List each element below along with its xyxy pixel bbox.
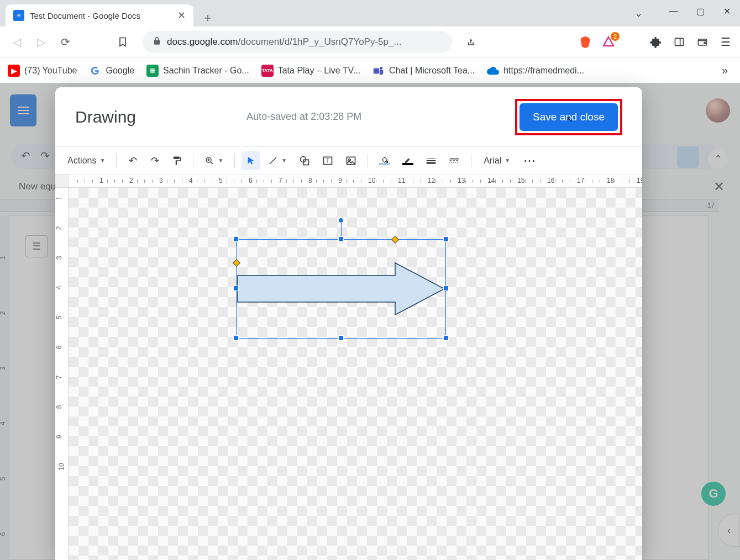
brave-rewards-icon[interactable]: 2 (601, 34, 616, 50)
zoom-icon[interactable]: ▼ (200, 151, 228, 170)
vertical-ruler: 12345678910 (55, 188, 69, 560)
svg-line-7 (211, 162, 213, 164)
lock-icon (153, 36, 161, 48)
dialog-title: Drawing (75, 108, 136, 126)
border-dash-icon[interactable] (444, 151, 464, 170)
rotation-handle[interactable] (338, 218, 344, 223)
resize-handle-w[interactable] (233, 286, 239, 291)
paint-format-icon[interactable] (167, 151, 186, 170)
border-weight-icon[interactable] (421, 151, 441, 170)
fill-color-icon[interactable] (375, 151, 395, 170)
url-host: docs.google.com/document/d/1hP_y_UsnQ7Yo… (167, 36, 402, 47)
address-bar-right: 2 ☰ (578, 34, 733, 50)
canvas-wrap: 12345678910 (55, 188, 642, 560)
resize-handle-nw[interactable] (233, 236, 239, 242)
bookmark-sheets[interactable]: ▦ Sachin Tracker - Go... (146, 65, 249, 77)
hruler-tick: 3 (159, 177, 163, 184)
bookmarks-bar: ▶ (73) YouTube Google ▦ Sachin Tracker -… (0, 57, 740, 83)
resize-handle-se[interactable] (443, 335, 449, 341)
autosave-status: Auto-saved at 2:03:28 PM (246, 111, 361, 123)
horizontal-ruler: 12345678910111213141516171819 (55, 175, 642, 188)
actions-label: Actions (67, 156, 96, 166)
window-close-icon[interactable]: ✕ (713, 0, 740, 22)
hruler-tick: 10 (368, 177, 375, 184)
tab-search-dropdown-icon[interactable]: ⌄ (625, 2, 652, 24)
resize-handle-s[interactable] (338, 335, 344, 341)
browser-tab[interactable]: ≡ Test Document - Google Docs ✕ (6, 4, 193, 27)
vruler-tick: 1 (55, 197, 63, 200)
bookmark-google[interactable]: Google (89, 65, 134, 77)
save-and-close-button[interactable]: Save and close ↖ (519, 103, 618, 131)
shape-tool-icon[interactable] (295, 151, 314, 170)
resize-handle-ne[interactable] (443, 236, 449, 242)
window-minimize-icon[interactable]: — (660, 0, 687, 22)
docs-favicon: ≡ (13, 10, 24, 21)
more-options-icon[interactable]: ⋯ (519, 151, 541, 170)
window-controls: — ▢ ✕ (660, 0, 740, 22)
bookmark-onedrive[interactable]: https://framedmedi... (487, 65, 584, 77)
share-icon[interactable] (461, 32, 481, 52)
image-tool-icon[interactable] (341, 151, 361, 170)
font-name: Arial (484, 156, 501, 166)
hruler-tick: 9 (338, 177, 342, 184)
hruler-tick: 13 (458, 177, 465, 184)
vruler-tick: 4 (55, 286, 63, 290)
hruler-tick: 11 (398, 177, 405, 184)
bookmark-label: https://framedmedi... (503, 66, 584, 76)
textbox-tool-icon[interactable]: T (318, 151, 338, 170)
nav-forward-icon[interactable]: ▷ (31, 32, 51, 52)
hruler-tick: 1 (99, 177, 103, 184)
bookmark-teams[interactable]: Chat | Microsoft Tea... (372, 65, 475, 77)
svg-text:T: T (326, 157, 330, 164)
vruler-tick: 2 (55, 226, 63, 230)
resize-handle-e[interactable] (443, 286, 449, 291)
actions-menu[interactable]: Actions▼ (63, 151, 109, 170)
browser-chrome: ≡ Test Document - Google Docs ✕ ＋ ⌄ — ▢ … (0, 0, 740, 83)
reload-icon[interactable]: ⟳ (55, 32, 75, 52)
brave-shields-icon[interactable] (578, 34, 593, 50)
hruler-tick: 15 (517, 177, 524, 184)
browser-menu-icon[interactable]: ☰ (718, 34, 733, 50)
selection-box (236, 239, 446, 339)
font-select[interactable]: Arial▼ (478, 151, 516, 170)
bookmark-label: Tata Play – Live TV... (278, 66, 360, 76)
bookmark-youtube[interactable]: ▶ (73) YouTube (8, 65, 77, 77)
new-tab-button[interactable]: ＋ (199, 9, 217, 27)
hruler-tick: 19 (637, 177, 642, 184)
save-button-highlight: Save and close ↖ (515, 99, 622, 135)
url-field[interactable]: docs.google.com/document/d/1hP_y_UsnQ7Yo… (143, 31, 452, 53)
hruler-tick: 2 (129, 177, 133, 184)
rewards-badge: 2 (611, 32, 620, 41)
sidepanel-icon[interactable] (671, 34, 687, 50)
svg-point-3 (704, 42, 706, 44)
vruler-tick: 9 (55, 435, 63, 439)
select-tool-icon[interactable] (242, 151, 260, 170)
nav-back-icon[interactable]: ◁ (7, 32, 27, 52)
svg-rect-12 (304, 160, 309, 165)
bookmarks-overflow-icon[interactable]: » (717, 64, 732, 77)
tab-close-icon[interactable]: ✕ (177, 9, 186, 22)
bookmark-icon[interactable] (113, 32, 133, 52)
line-tool-icon[interactable]: ▼ (264, 151, 291, 170)
hruler-tick: 16 (547, 177, 554, 184)
cloud-icon (487, 65, 499, 77)
bookmark-tataplay[interactable]: TATA Tata Play – Live TV... (261, 65, 360, 77)
separator (193, 154, 193, 168)
drawing-canvas[interactable] (69, 188, 642, 560)
teams-icon (372, 65, 385, 77)
border-color-icon[interactable] (398, 151, 418, 170)
resize-handle-sw[interactable] (233, 335, 239, 341)
drawing-dialog: Drawing Auto-saved at 2:03:28 PM Save an… (55, 87, 642, 560)
vruler-tick: 6 (55, 346, 63, 350)
undo-icon[interactable]: ↶ (123, 151, 142, 170)
resize-handle-n[interactable] (338, 236, 344, 242)
window-maximize-icon[interactable]: ▢ (687, 0, 713, 22)
vruler-tick: 5 (55, 316, 63, 320)
hruler-tick: 17 (577, 177, 584, 184)
wallet-icon[interactable] (695, 34, 710, 50)
hruler-tick: 12 (428, 177, 435, 184)
redo-icon[interactable]: ↷ (145, 151, 164, 170)
hruler-tick: 8 (308, 177, 312, 184)
vruler-tick: 10 (57, 463, 65, 470)
extensions-icon[interactable] (648, 34, 664, 50)
